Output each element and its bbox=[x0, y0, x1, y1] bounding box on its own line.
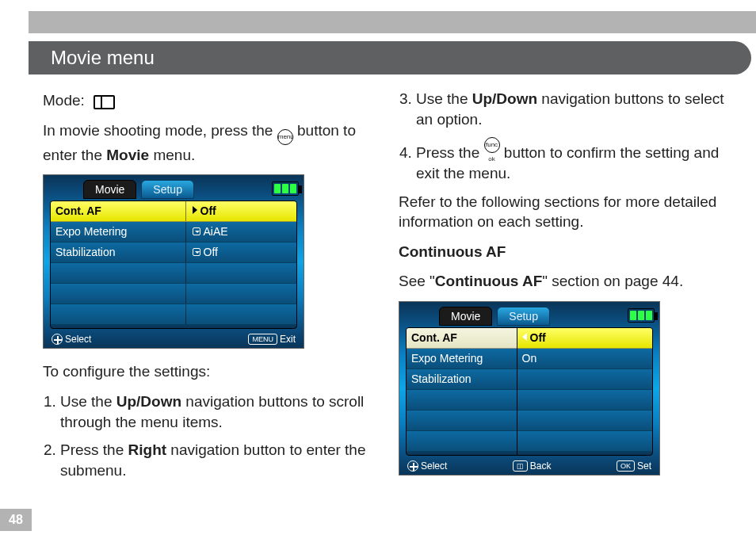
intro-text-a: In movie shooting mode, press the bbox=[43, 122, 277, 139]
tab-movie[interactable]: Movie bbox=[83, 180, 136, 199]
scroll-down-icon bbox=[193, 248, 200, 256]
hint-exit: MENUExit bbox=[248, 332, 296, 346]
refer-paragraph: Refer to the following sections for more… bbox=[399, 192, 737, 232]
submenu-item-empty bbox=[407, 411, 517, 431]
submenu-item-stabilization[interactable]: Stabilization bbox=[407, 369, 517, 390]
submenu-left-list: Cont. AF Expo Metering Stabilization bbox=[407, 328, 517, 455]
menu-row-empty bbox=[51, 304, 296, 325]
right-column: Use the Up/Down navigation buttons to se… bbox=[399, 86, 737, 531]
tab-setup[interactable]: Setup bbox=[497, 307, 550, 326]
top-gray-bar bbox=[29, 11, 756, 33]
intro-text-c: menu. bbox=[153, 147, 195, 163]
mode-label: Mode: bbox=[43, 90, 85, 111]
footer-hints: Select MENUExit bbox=[52, 332, 296, 346]
step-3: Use the Up/Down navigation buttons to se… bbox=[416, 89, 737, 129]
steps-list-right: Use the Up/Down navigation buttons to se… bbox=[399, 89, 737, 184]
camera-screenshot-2: Movie Setup Cont. AF Expo Metering Stabi… bbox=[399, 301, 660, 476]
footer-hints: Select ◫Back OKSet bbox=[407, 459, 651, 473]
submenu-item-cont-af[interactable]: Cont. AF bbox=[407, 328, 517, 349]
hint-select: Select bbox=[52, 332, 91, 346]
menu-row-stabilization[interactable]: Stabilization Off bbox=[51, 243, 296, 263]
section-title: Movie menu bbox=[51, 47, 155, 68]
menu-value: AiAE bbox=[186, 222, 297, 242]
submenu-right-list: Off On bbox=[517, 328, 653, 455]
battery-icon bbox=[628, 308, 655, 323]
battery-icon bbox=[272, 181, 299, 196]
dpad-icon bbox=[407, 460, 418, 472]
submenu-panel: Cont. AF Expo Metering Stabilization Off… bbox=[406, 327, 653, 456]
dpad-icon bbox=[52, 334, 63, 345]
submenu-item-empty bbox=[407, 390, 517, 411]
movie-mode-icon bbox=[94, 95, 111, 106]
section-header: Movie menu bbox=[29, 41, 751, 74]
menu-label: Cont. AF bbox=[51, 201, 186, 221]
ok-button-label: OK bbox=[617, 460, 635, 472]
step-1: Use the Up/Down navigation buttons to sc… bbox=[60, 391, 381, 432]
submenu-option-empty bbox=[517, 390, 653, 411]
submenu-option-empty bbox=[517, 431, 653, 452]
mode-line: Mode: bbox=[43, 90, 381, 111]
left-column: Mode: In movie shooting mode, press the … bbox=[43, 86, 381, 531]
menu-value: Off bbox=[186, 243, 297, 262]
menu-row-empty bbox=[51, 263, 296, 284]
scroll-down-icon bbox=[193, 227, 200, 235]
back-button-icon: ◫ bbox=[513, 460, 528, 472]
tab-bar: Movie Setup bbox=[83, 180, 194, 199]
camera-screenshot-1: Movie Setup Cont. AF Off Expo Metering A… bbox=[43, 174, 304, 349]
hint-back: ◫Back bbox=[513, 459, 552, 473]
intro-paragraph: In movie shooting mode, press the menu b… bbox=[43, 120, 381, 166]
menu-row-expo-metering[interactable]: Expo Metering AiAE bbox=[51, 222, 296, 243]
submenu-option-empty bbox=[517, 369, 653, 390]
tab-movie[interactable]: Movie bbox=[439, 307, 492, 326]
menu-label: Expo Metering bbox=[51, 222, 186, 242]
arrow-left-icon bbox=[522, 333, 527, 341]
menu-label: Stabilization bbox=[51, 243, 186, 262]
hint-set: OKSet bbox=[617, 459, 651, 473]
submenu-item-empty bbox=[407, 431, 517, 452]
tab-bar: Movie Setup bbox=[439, 307, 550, 326]
page-number-badge: 48 bbox=[0, 509, 32, 531]
menu-panel: Cont. AF Off Expo Metering AiAE Stabiliz… bbox=[50, 201, 297, 329]
hint-select: Select bbox=[407, 459, 447, 473]
menu-row-empty bbox=[51, 284, 296, 304]
func-ok-button-icon: func ok bbox=[484, 137, 500, 153]
step-2: Press the Right navigation button to ent… bbox=[60, 440, 381, 480]
configure-label: To configure the settings: bbox=[43, 361, 381, 382]
menu-button-label: MENU bbox=[248, 334, 277, 345]
submenu-option-empty bbox=[517, 411, 653, 431]
tab-setup[interactable]: Setup bbox=[141, 180, 194, 199]
intro-bold: Movie bbox=[106, 147, 149, 163]
submenu-option-on[interactable]: On bbox=[517, 349, 653, 369]
menu-value: Off bbox=[186, 201, 297, 221]
menu-row-cont-af[interactable]: Cont. AF Off bbox=[51, 201, 296, 222]
submenu-item-expo-metering[interactable]: Expo Metering bbox=[407, 349, 517, 369]
arrow-right-icon bbox=[193, 206, 197, 214]
step-4: Press the func ok button to confirm the … bbox=[416, 137, 737, 183]
menu-button-icon: menu bbox=[277, 129, 293, 145]
page-number: 48 bbox=[9, 513, 23, 526]
continuous-af-subhead: Continuous AF bbox=[399, 242, 737, 262]
see-reference: See "Continuous AF" section on page 44. bbox=[399, 271, 737, 292]
submenu-option-off[interactable]: Off bbox=[517, 328, 653, 349]
steps-list-left: Use the Up/Down navigation buttons to sc… bbox=[43, 391, 381, 481]
